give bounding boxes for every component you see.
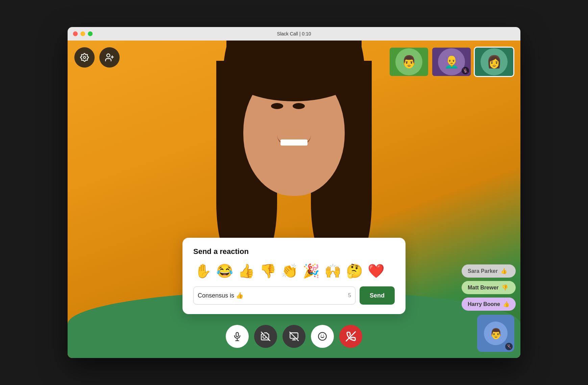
reaction-input-wrapper: 5 [193, 286, 356, 305]
video-toggle-button[interactable] [254, 325, 277, 348]
hangup-button[interactable] [339, 325, 362, 348]
reaction-text-input[interactable] [198, 292, 345, 299]
window-controls [73, 31, 93, 36]
microphone-icon [232, 332, 242, 341]
participants-thumbnails: 👨 👨‍🦲 [389, 47, 514, 77]
svg-point-0 [83, 56, 86, 59]
screen-share-button[interactable] [283, 325, 305, 348]
smiley-icon [318, 332, 327, 341]
sara-name: Sara Parker [468, 268, 498, 274]
reaction-input-row: 5 Send [193, 286, 395, 305]
emoji-thumbsup[interactable]: 👍 [237, 263, 256, 279]
emoji-party[interactable]: 🎉 [301, 263, 321, 279]
emoji-clap[interactable]: 👏 [280, 263, 299, 279]
side-reactions: Sara Parker 👍 Matt Brewer 👎 Harry Boone … [462, 264, 516, 311]
participant-1-video: 👨 [390, 48, 428, 76]
svg-point-15 [318, 332, 326, 340]
emoji-wave[interactable]: 🙌 [323, 263, 343, 279]
harry-emoji: 👍 [503, 301, 510, 307]
emoji-row: ✋ 😂 👍 👎 👏 🎉 🙌 🤔 ❤️ [193, 263, 395, 279]
reaction-chip-harry: Harry Boone 👍 [462, 298, 516, 311]
top-controls [74, 47, 120, 68]
participant-thumb-2[interactable]: 👨‍🦲 [431, 47, 472, 77]
emoji-thumbsdown[interactable]: 👎 [258, 263, 278, 279]
maximize-button[interactable] [88, 31, 93, 36]
microphone-button[interactable] [226, 325, 249, 348]
titlebar: Slack Call | 0:10 [68, 27, 520, 41]
bottom-participant-mute-icon [505, 343, 513, 350]
svg-point-1 [107, 54, 110, 57]
emoji-laugh[interactable]: 😂 [215, 263, 235, 279]
close-button[interactable] [73, 31, 78, 36]
hangup-icon [346, 331, 356, 341]
screen-share-icon [289, 332, 299, 341]
char-count: 5 [348, 292, 351, 299]
settings-button[interactable] [74, 47, 95, 68]
participant-3-video: 👩 [475, 48, 513, 76]
emoji-hand[interactable]: ✋ [193, 263, 213, 279]
reaction-chip-sara: Sara Parker 👍 [462, 264, 516, 278]
svg-rect-7 [236, 332, 239, 337]
muted-mic-icon [507, 344, 511, 349]
gear-icon [80, 53, 89, 62]
add-person-button[interactable] [99, 47, 120, 68]
minimize-button[interactable] [80, 31, 85, 36]
reaction-chip-matt: Matt Brewer 👎 [462, 281, 516, 294]
matt-name: Matt Brewer [468, 285, 499, 291]
video-off-icon [261, 332, 270, 341]
emoji-think[interactable]: 🤔 [345, 263, 364, 279]
bottom-right-participant[interactable]: 👨 [477, 315, 514, 352]
participant-thumb-1[interactable]: 👨 [389, 47, 429, 77]
call-area: 👨 👨‍🦲 [68, 41, 520, 358]
emoji-reaction-button[interactable] [311, 325, 334, 348]
app-window: Slack Call | 0:10 [68, 27, 520, 358]
bottom-controls [226, 325, 362, 348]
reaction-panel-title: Send a reaction [193, 247, 395, 256]
mute-icon-overlay-2 [462, 67, 469, 74]
matt-emoji: 👎 [501, 284, 508, 291]
harry-name: Harry Boone [468, 301, 500, 307]
send-reaction-button[interactable]: Send [360, 286, 395, 305]
sara-emoji: 👍 [500, 268, 507, 274]
emoji-heart[interactable]: ❤️ [366, 263, 386, 279]
reaction-panel: Send a reaction ✋ 😂 👍 👎 👏 🎉 🙌 🤔 ❤️ 5 Sen… [182, 238, 406, 314]
add-person-icon [105, 53, 114, 62]
microphone-muted-icon [463, 69, 467, 73]
participant-thumb-3[interactable]: 👩 [474, 47, 514, 77]
window-title: Slack Call | 0:10 [277, 31, 311, 36]
svg-line-19 [507, 345, 511, 349]
